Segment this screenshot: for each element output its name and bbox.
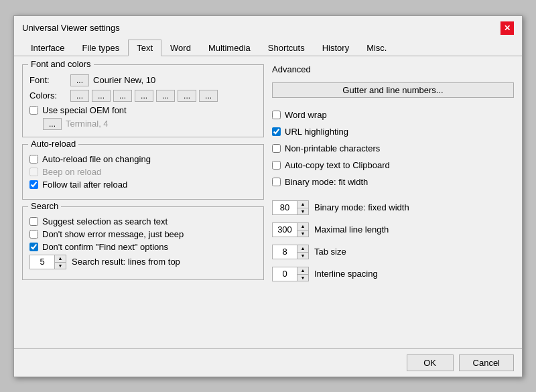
follow-tail-checkbox[interactable] (29, 180, 38, 189)
font-value: Courier New, 10 (93, 75, 155, 85)
font-colors-label: Font and colors (28, 59, 94, 69)
tab-filetypes[interactable]: File types (74, 40, 129, 56)
color-btn-3[interactable]: ... (113, 90, 132, 102)
binary-fixed-down[interactable]: ▼ (297, 208, 308, 214)
interline-down[interactable]: ▼ (297, 274, 308, 281)
color-btn-1[interactable]: ... (70, 90, 89, 102)
tab-size-input[interactable] (273, 246, 297, 257)
tab-size-row: ▲ ▼ Tab size (272, 245, 514, 259)
gutter-button[interactable]: Gutter and line numbers... (272, 82, 514, 98)
binary-fixed-row: ▲ ▼ Binary mode: fixed width (272, 200, 514, 215)
main-content: Font and colors Font: ... Courier New, 1… (14, 56, 522, 348)
color-btn-7[interactable]: ... (199, 90, 218, 102)
search-result-spin-btns: ▲ ▼ (54, 255, 66, 269)
beep-reload-label: Beep on reload (42, 167, 101, 177)
tab-shortcuts[interactable]: Shortcuts (259, 40, 314, 56)
maximal-line-label: Maximal line length (314, 224, 389, 235)
interline-row: ▲ ▼ Interline spacing (272, 267, 514, 281)
maximal-line-spin-btns: ▲ ▼ (297, 223, 308, 237)
tab-size-up[interactable]: ▲ (297, 245, 308, 252)
auto-reload-group: Auto-reload Auto-reload file on changing… (22, 144, 264, 200)
dialog-title: Universal Viewer settings (22, 23, 120, 33)
font-label: Font: (29, 75, 66, 85)
dont-confirm-checkbox[interactable] (29, 243, 38, 251)
dont-show-error-checkbox[interactable] (29, 230, 38, 239)
maximal-line-row: ▲ ▼ Maximal line length (272, 222, 514, 237)
binary-fixed-up[interactable]: ▲ (297, 201, 308, 208)
interline-label: Interline spacing (314, 269, 378, 279)
use-oem-label: Use special OEM font (42, 105, 127, 115)
suggest-selection-checkbox[interactable] (29, 217, 38, 226)
colors-buttons: ... ... ... ... ... ... ... (70, 90, 218, 102)
auto-reload-label: Auto-reload (28, 139, 78, 149)
auto-copy-label: Auto-copy text to Clipboard (285, 160, 390, 170)
color-btn-5[interactable]: ... (156, 90, 175, 102)
search-result-input[interactable] (30, 256, 54, 267)
oem-value: Terminal, 4 (66, 119, 109, 129)
binary-fit-checkbox[interactable] (272, 178, 281, 186)
search-result-spinner[interactable]: ▲ ▼ (29, 255, 66, 269)
binary-fixed-spinner[interactable]: ▲ ▼ (272, 200, 309, 215)
tab-multimedia[interactable]: Multimedia (200, 40, 259, 56)
close-button[interactable]: ✕ (500, 21, 514, 35)
color-btn-4[interactable]: ... (135, 90, 153, 102)
oem-btn[interactable]: ... (43, 118, 62, 130)
maximal-line-spinner[interactable]: ▲ ▼ (272, 222, 309, 237)
tab-word[interactable]: Word (161, 40, 200, 56)
colors-label: Colors: (29, 90, 66, 101)
left-panel: Font and colors Font: ... Courier New, 1… (22, 64, 264, 340)
tab-size-spin-btns: ▲ ▼ (297, 245, 308, 259)
tab-size-spinner[interactable]: ▲ ▼ (272, 245, 309, 259)
word-wrap-checkbox[interactable] (272, 111, 281, 119)
use-oem-checkbox[interactable] (29, 106, 38, 115)
cancel-button[interactable]: Cancel (459, 354, 514, 371)
search-result-label: Search result: lines from top (72, 257, 180, 267)
auto-copy-checkbox[interactable] (272, 161, 281, 170)
auto-reload-file-label: Auto-reload file on changing (42, 154, 151, 164)
dont-show-error-label: Don't show error message, just beep (42, 229, 184, 239)
search-label: Search (28, 201, 61, 211)
color-btn-2[interactable]: ... (92, 90, 111, 102)
settings-dialog: Universal Viewer settings ✕ Interface Fi… (13, 15, 523, 377)
binary-fixed-input[interactable] (273, 202, 297, 213)
auto-copy-row: Auto-copy text to Clipboard (272, 160, 514, 170)
tab-size-down[interactable]: ▼ (297, 252, 308, 259)
font-button[interactable]: ... (70, 74, 89, 86)
color-btn-6[interactable]: ... (178, 90, 196, 102)
dialog-footer: OK Cancel (14, 348, 522, 377)
binary-fixed-spin-btns: ▲ ▼ (297, 201, 308, 214)
tab-interface[interactable]: Interface (22, 40, 74, 56)
non-printable-checkbox[interactable] (272, 144, 281, 153)
non-printable-label: Non-printable characters (285, 143, 380, 153)
font-colors-group: Font and colors Font: ... Courier New, 1… (22, 64, 264, 137)
beep-reload-checkbox[interactable] (29, 168, 38, 176)
non-printable-row: Non-printable characters (272, 143, 514, 153)
interline-input[interactable] (273, 268, 297, 279)
auto-reload-checkbox[interactable] (29, 155, 38, 164)
maximal-line-input[interactable] (273, 224, 297, 235)
tab-misc[interactable]: Misc. (358, 40, 395, 56)
maximal-line-down[interactable]: ▼ (297, 230, 308, 237)
interline-spin-btns: ▲ ▼ (297, 267, 308, 281)
suggest-selection-label: Suggest selection as search text (42, 216, 168, 226)
word-wrap-row: Word wrap (272, 110, 514, 120)
title-bar: Universal Viewer settings ✕ (14, 16, 522, 35)
tab-text[interactable]: Text (128, 40, 161, 56)
url-highlighting-checkbox[interactable] (272, 127, 281, 136)
use-oem-row: Use special OEM font (29, 105, 257, 115)
maximal-line-up[interactable]: ▲ (297, 223, 308, 230)
ok-button[interactable]: OK (407, 354, 454, 371)
interline-up[interactable]: ▲ (297, 267, 308, 274)
binary-fit-row: Binary mode: fit width (272, 177, 514, 187)
word-wrap-label: Word wrap (285, 110, 327, 120)
interline-spinner[interactable]: ▲ ▼ (272, 267, 309, 281)
url-highlighting-row: URL highlighting (272, 127, 514, 137)
right-panel: Advanced Gutter and line numbers... Word… (272, 64, 514, 340)
search-result-down[interactable]: ▼ (55, 262, 66, 269)
binary-fixed-label: Binary mode: fixed width (314, 202, 409, 212)
tab-history[interactable]: History (314, 40, 358, 56)
advanced-label: Advanced (272, 64, 514, 74)
search-result-up[interactable]: ▲ (55, 255, 66, 262)
tab-bar: Interface File types Text Word Multimedi… (14, 35, 522, 56)
follow-tail-label: Follow tail after reload (42, 180, 127, 190)
